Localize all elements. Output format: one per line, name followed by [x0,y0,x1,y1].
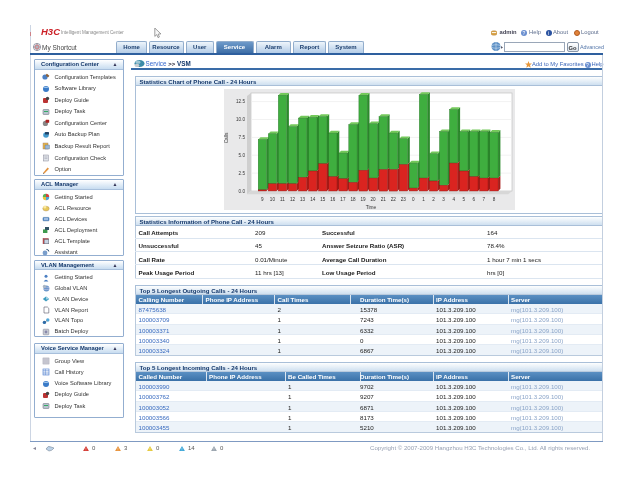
svg-text:7.5: 7.5 [238,135,245,140]
svg-text:3: 3 [442,197,445,202]
svg-text:16: 16 [330,197,336,202]
svg-text:15: 15 [320,197,326,202]
svg-text:!: ! [86,447,87,451]
svg-text:10.0: 10.0 [236,117,245,122]
svg-text:0.0: 0.0 [238,189,245,194]
svg-text:14: 14 [310,197,316,202]
svg-text:12.5: 12.5 [236,99,245,104]
svg-text:20: 20 [370,197,376,202]
svg-text:7: 7 [482,197,485,202]
svg-text:18: 18 [350,197,356,202]
svg-text:11: 11 [280,197,285,202]
svg-text:5.0: 5.0 [238,153,245,158]
svg-text:!: ! [118,447,119,451]
svg-text:5: 5 [462,197,465,202]
svg-text:1: 1 [422,197,425,202]
svg-text:Time: Time [365,205,376,210]
svg-text:8: 8 [492,197,495,202]
svg-text:13: 13 [300,197,306,202]
svg-text:10: 10 [269,197,275,202]
svg-text:Calls: Calls [224,132,229,143]
svg-text:9: 9 [261,197,264,202]
svg-text:4: 4 [452,197,455,202]
svg-text:0: 0 [412,197,415,202]
svg-text:!: ! [182,447,183,451]
svg-text:19: 19 [360,197,366,202]
svg-text:!: ! [150,447,151,451]
svg-text:2.5: 2.5 [238,171,245,176]
svg-text:23: 23 [400,197,406,202]
svg-text:22: 22 [390,197,396,202]
svg-text:6: 6 [472,197,475,202]
svg-text:17: 17 [340,197,346,202]
svg-text:2: 2 [432,197,435,202]
svg-text:!: ! [214,447,215,451]
svg-text:21: 21 [380,197,386,202]
svg-text:12: 12 [290,197,296,202]
